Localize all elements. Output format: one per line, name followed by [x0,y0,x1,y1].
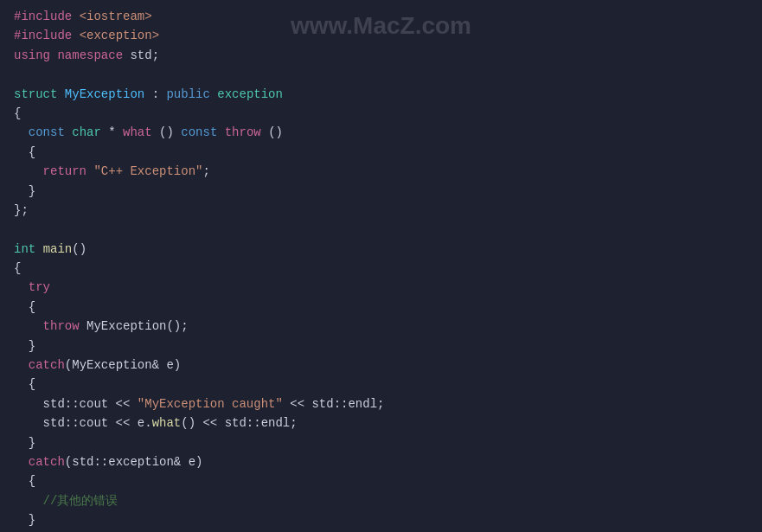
line-24: catch(std::exception& e) [14,452,748,471]
line-25: { [14,471,748,490]
line-27: } [14,510,748,529]
line-10: } [14,182,748,201]
line-5: struct MyException : public exception [14,85,748,104]
line-23: } [14,433,748,452]
line-16: { [14,298,748,317]
line-7: const char * what () const throw () [14,123,748,142]
line-21: std::cout << "MyException caught" << std… [14,394,748,413]
line-14: { [14,259,748,278]
code-editor: #include <iostream> #include <exception>… [0,0,762,532]
line-19: catch(MyException& e) [14,356,748,375]
line-8: { [14,143,748,162]
line-2: #include <exception> [14,26,748,45]
line-15: try [14,278,748,297]
line-18: } [14,337,748,356]
line-11: }; [14,201,748,220]
line-26: //其他的错误 [14,491,748,510]
line-1: #include <iostream> [14,7,748,26]
line-22: std::cout << e.what() << std::endl; [14,413,748,433]
line-20: { [14,375,748,394]
line-6: { [14,104,748,123]
line-9: return "C++ Exception"; [14,162,748,181]
line-3: using namespace std; [14,46,748,65]
line-4 [14,65,748,84]
line-12 [14,220,748,239]
line-13: int main() [14,240,748,259]
line-17: throw MyException(); [14,317,748,336]
